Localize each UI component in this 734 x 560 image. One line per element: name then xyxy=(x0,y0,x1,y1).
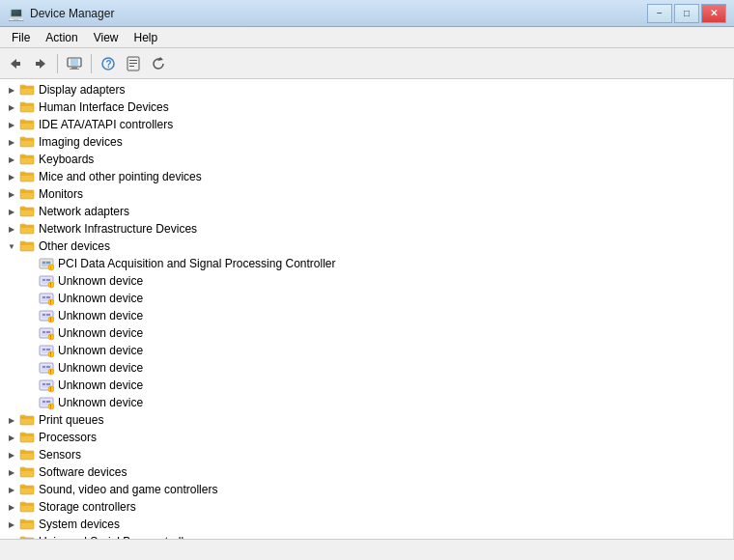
title-bar: 💻 Device Manager − □ ✕ xyxy=(0,0,734,27)
category-icon xyxy=(19,169,35,184)
tree-item-unknown1[interactable]: ! Unknown device xyxy=(0,272,733,290)
item-icon-system-devices xyxy=(19,517,35,532)
expand-arrow-sensors[interactable] xyxy=(4,447,19,462)
menu-bar: File Action View Help xyxy=(0,27,734,48)
tree-view[interactable]: Display adapters Human Interface Devices… xyxy=(0,79,734,539)
tree-item-unknown3[interactable]: ! Unknown device xyxy=(0,307,733,324)
category-icon xyxy=(19,499,35,515)
properties-button[interactable] xyxy=(122,52,145,75)
expand-arrow-storage-controllers[interactable] xyxy=(4,499,19,515)
item-label-sound-video: Sound, video and game controllers xyxy=(39,483,217,496)
item-label-ide-atapi: IDE ATA/ATAPI controllers xyxy=(39,118,173,131)
expand-arrow-imaging-devices[interactable] xyxy=(4,134,19,150)
tree-item-usb-controllers[interactable]: Universal Serial Bus controllers xyxy=(0,533,733,539)
svg-rect-65 xyxy=(42,314,45,316)
item-icon-unknown1: ! xyxy=(39,273,54,289)
tree-item-network-adapters[interactable]: Network adapters xyxy=(0,203,733,220)
category-icon xyxy=(19,517,35,532)
tree-item-other-devices[interactable]: Other devices xyxy=(0,238,733,255)
tree-item-display-adapters[interactable]: Display adapters xyxy=(0,81,733,98)
item-label-unknown1: Unknown device xyxy=(58,274,143,288)
item-icon-usb-controllers xyxy=(19,534,35,539)
expand-arrow-sound-video[interactable] xyxy=(4,482,19,497)
unknown-device-icon: ! xyxy=(39,291,54,306)
properties-icon xyxy=(126,56,141,71)
menu-help[interactable]: Help xyxy=(127,29,166,46)
item-label-unknown2: Unknown device xyxy=(58,292,143,305)
tree-item-keyboards[interactable]: Keyboards xyxy=(0,151,733,168)
computer-button[interactable] xyxy=(63,52,86,75)
refresh-button[interactable] xyxy=(147,52,170,75)
expand-arrow-human-interface[interactable] xyxy=(4,99,19,115)
category-icon xyxy=(19,221,35,237)
category-icon xyxy=(19,204,35,219)
tree-item-software-devices[interactable]: Software devices xyxy=(0,463,733,481)
tree-item-unknown8[interactable]: ! Unknown device xyxy=(0,394,733,411)
expand-arrow-display-adapters[interactable] xyxy=(4,82,19,98)
svg-rect-54 xyxy=(46,279,50,281)
minimize-button[interactable]: − xyxy=(647,4,672,23)
item-label-storage-controllers: Storage controllers xyxy=(39,500,136,514)
item-icon-human-interface xyxy=(19,99,35,115)
svg-marker-2 xyxy=(40,59,45,69)
expand-arrow-print-queues[interactable] xyxy=(4,412,19,428)
svg-rect-13 xyxy=(129,66,134,67)
expand-arrow-software-devices[interactable] xyxy=(4,464,19,480)
svg-rect-53 xyxy=(42,279,45,281)
menu-file[interactable]: File xyxy=(4,29,38,46)
tree-item-unknown2[interactable]: ! Unknown device xyxy=(0,290,733,307)
expand-arrow-other-devices[interactable] xyxy=(4,238,19,254)
tree-item-print-queues[interactable]: Print queues xyxy=(0,411,733,429)
item-label-imaging-devices: Imaging devices xyxy=(39,135,123,149)
svg-rect-41 xyxy=(20,224,25,226)
svg-rect-48 xyxy=(46,262,50,264)
tree-item-mice[interactable]: Mice and other pointing devices xyxy=(0,168,733,185)
tree-item-ide-atapi[interactable]: IDE ATA/ATAPI controllers xyxy=(0,116,733,133)
menu-view[interactable]: View xyxy=(86,29,127,46)
close-button[interactable]: ✕ xyxy=(701,4,726,23)
expand-arrow-network-adapters[interactable] xyxy=(4,204,19,219)
tree-item-human-interface[interactable]: Human Interface Devices xyxy=(0,98,733,116)
tree-item-network-infra[interactable]: Network Infrastructure Devices xyxy=(0,220,733,238)
svg-rect-101 xyxy=(20,415,25,417)
svg-rect-113 xyxy=(20,485,25,487)
expand-arrow-monitors[interactable] xyxy=(4,186,19,202)
svg-rect-59 xyxy=(42,296,45,298)
tree-item-sensors[interactable]: Sensors xyxy=(0,446,733,463)
tree-item-imaging-devices[interactable]: Imaging devices xyxy=(0,133,733,151)
svg-rect-47 xyxy=(42,262,45,264)
computer-icon xyxy=(67,56,82,71)
back-button[interactable] xyxy=(4,52,27,75)
tree-item-processors[interactable]: Processors xyxy=(0,429,733,446)
tree-item-system-devices[interactable]: System devices xyxy=(0,516,733,533)
svg-rect-107 xyxy=(20,450,25,452)
menu-action[interactable]: Action xyxy=(38,29,85,46)
expand-arrow-mice[interactable] xyxy=(4,169,19,184)
expand-arrow-processors[interactable] xyxy=(4,430,19,445)
item-icon-storage-controllers xyxy=(19,499,35,515)
tree-item-unknown4[interactable]: ! Unknown device xyxy=(0,324,733,342)
tree-item-monitors[interactable]: Monitors xyxy=(0,185,733,203)
item-icon-sound-video xyxy=(19,482,35,497)
tree-item-sound-video[interactable]: Sound, video and game controllers xyxy=(0,481,733,498)
tree-item-unknown6[interactable]: ! Unknown device xyxy=(0,359,733,377)
toolbar-sep-1 xyxy=(57,54,58,73)
tree-item-storage-controllers[interactable]: Storage controllers xyxy=(0,498,733,516)
expand-arrow-network-infra[interactable] xyxy=(4,221,19,237)
svg-rect-83 xyxy=(42,366,45,368)
forward-button[interactable] xyxy=(29,52,52,75)
expand-arrow-system-devices[interactable] xyxy=(4,517,19,532)
maximize-button[interactable]: □ xyxy=(674,4,699,23)
tree-item-unknown5[interactable]: ! Unknown device xyxy=(0,342,733,359)
expand-arrow-ide-atapi[interactable] xyxy=(4,117,19,132)
category-icon xyxy=(19,430,35,445)
tree-item-unknown7[interactable]: ! Unknown device xyxy=(0,377,733,394)
expand-arrow-usb-controllers[interactable] xyxy=(4,534,19,539)
svg-rect-32 xyxy=(20,172,25,174)
item-label-other-devices: Other devices xyxy=(39,239,110,253)
item-icon-print-queues xyxy=(19,412,35,428)
tree-item-pci-data[interactable]: ! PCI Data Acquisition and Signal Proces… xyxy=(0,255,733,272)
expand-arrow-keyboards[interactable] xyxy=(4,152,19,167)
item-icon-monitors xyxy=(19,186,35,202)
help-button[interactable]: ? xyxy=(97,52,120,75)
